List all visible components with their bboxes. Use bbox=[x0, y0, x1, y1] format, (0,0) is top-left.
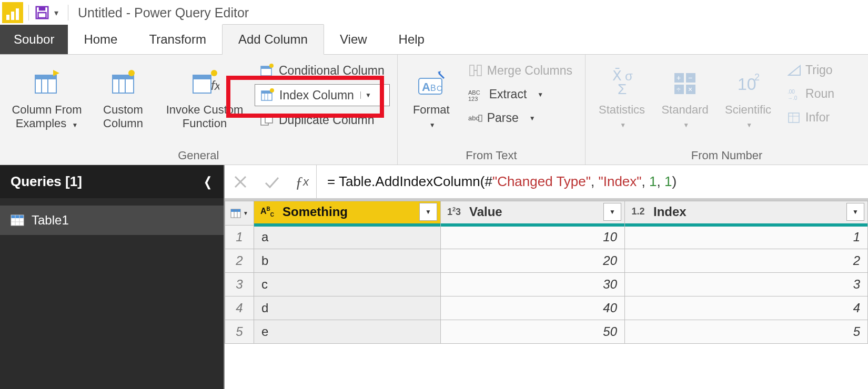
information-icon bbox=[788, 112, 801, 124]
dropdown-caret-icon: ▼ bbox=[525, 115, 536, 122]
invoke-custom-function-button[interactable]: fx Invoke Custom Function bbox=[160, 59, 249, 131]
collapse-chevron-icon[interactable]: ❬ bbox=[203, 175, 213, 189]
tab-file[interactable]: Soubor bbox=[0, 25, 68, 54]
cell[interactable]: e bbox=[254, 320, 441, 344]
extract-button[interactable]: ABC123 Extract ▼ bbox=[463, 84, 578, 105]
window-title: Untitled - Power Query Editor bbox=[78, 5, 249, 21]
cell[interactable]: c bbox=[254, 273, 441, 296]
cell[interactable]: 50 bbox=[441, 320, 625, 344]
row-number[interactable]: 4 bbox=[225, 296, 254, 320]
cell[interactable]: a bbox=[254, 226, 441, 249]
information-button[interactable]: Infor bbox=[782, 107, 840, 128]
svg-rect-26 bbox=[265, 115, 272, 123]
merge-columns-label: Merge Columns bbox=[487, 64, 572, 78]
formula-input[interactable]: = Table.AddIndexColumn(#"Changed Type", … bbox=[317, 173, 868, 190]
title-bar: ▾ Untitled - Power Query Editor bbox=[0, 0, 868, 25]
table-row[interactable]: 3 c 30 3 bbox=[225, 273, 868, 296]
save-icon[interactable] bbox=[34, 5, 50, 21]
column-from-examples-button[interactable]: Column From Examples ▼ bbox=[7, 59, 86, 131]
column-filter-dropdown[interactable]: ▼ bbox=[846, 203, 864, 221]
custom-column-button[interactable]: Custom Column bbox=[92, 59, 155, 131]
data-grid: ▼ ABC Something ▼ bbox=[225, 199, 868, 389]
whole-number-type-icon[interactable]: 123 bbox=[441, 206, 467, 218]
tab-help[interactable]: Help bbox=[383, 25, 440, 54]
svg-text:A: A bbox=[422, 80, 430, 94]
svg-rect-59 bbox=[11, 215, 24, 218]
information-label: Infor bbox=[805, 110, 830, 125]
svg-text:ABC: ABC bbox=[468, 89, 480, 96]
decimal-type-icon[interactable]: 1.2 bbox=[625, 206, 651, 217]
rounding-button[interactable]: .00→.0 Roun bbox=[782, 84, 840, 104]
svg-marker-52 bbox=[789, 66, 800, 75]
cell[interactable]: d bbox=[254, 296, 441, 320]
column-from-examples-icon bbox=[32, 64, 62, 101]
dropdown-caret-icon[interactable]: ▼ bbox=[360, 91, 371, 99]
tab-transform[interactable]: Transform bbox=[133, 25, 221, 54]
cell[interactable]: 2 bbox=[625, 249, 868, 273]
tab-view[interactable]: View bbox=[324, 25, 383, 54]
cell[interactable]: 3 bbox=[625, 273, 868, 296]
svg-text:B: B bbox=[430, 84, 436, 93]
table-row[interactable]: 1 a 10 1 bbox=[225, 226, 868, 249]
qat-customize-dropdown[interactable]: ▾ bbox=[50, 8, 63, 18]
index-column-icon bbox=[260, 88, 275, 103]
custom-column-label: Custom Column bbox=[92, 103, 155, 131]
trigonometry-label: Trigo bbox=[805, 63, 833, 77]
row-number[interactable]: 1 bbox=[225, 226, 254, 249]
conditional-column-button[interactable]: Conditional Column bbox=[255, 60, 390, 81]
grid-corner-button[interactable]: ▼ bbox=[225, 201, 254, 226]
cell[interactable]: b bbox=[254, 249, 441, 273]
merge-columns-button[interactable]: Merge Columns bbox=[463, 60, 578, 81]
scientific-button[interactable]: 102 Scientific▼ bbox=[719, 59, 777, 131]
statistics-label: Statistics bbox=[599, 103, 645, 116]
fx-icon[interactable]: ƒx bbox=[288, 165, 317, 198]
table-row[interactable]: 2 b 20 2 bbox=[225, 249, 868, 273]
column-header-index[interactable]: 1.2 Index ▼ bbox=[625, 201, 868, 226]
cell[interactable]: 5 bbox=[625, 320, 868, 344]
tab-home[interactable]: Home bbox=[68, 25, 133, 54]
conditional-column-icon bbox=[260, 63, 275, 78]
column-filter-dropdown[interactable]: ▼ bbox=[419, 203, 437, 221]
svg-point-12 bbox=[128, 70, 135, 76]
column-quality-bar bbox=[254, 223, 440, 227]
table-row[interactable]: 5 e 50 5 bbox=[225, 320, 868, 344]
trigonometry-button[interactable]: Trigo bbox=[782, 60, 840, 80]
cell[interactable]: 4 bbox=[625, 296, 868, 320]
standard-button[interactable]: +−÷× Standard▼ bbox=[656, 59, 714, 131]
svg-text:Σ: Σ bbox=[618, 81, 627, 97]
row-number[interactable]: 5 bbox=[225, 320, 254, 344]
format-button[interactable]: ABC Format▼ bbox=[405, 59, 458, 131]
svg-text:÷: ÷ bbox=[677, 85, 681, 94]
statistics-button[interactable]: X̄σΣ Statistics▼ bbox=[593, 59, 651, 131]
column-header-something[interactable]: ABC Something ▼ bbox=[254, 201, 441, 226]
format-icon: ABC bbox=[416, 64, 447, 101]
row-number[interactable]: 3 bbox=[225, 273, 254, 296]
separator bbox=[28, 5, 29, 21]
queries-panel-header[interactable]: Queries [1] ❬ bbox=[0, 165, 224, 198]
text-type-icon[interactable]: ABC bbox=[254, 206, 280, 218]
cell[interactable]: 1 bbox=[625, 226, 868, 249]
ribbon-group-general: Column From Examples ▼ Custom Column fx … bbox=[0, 55, 398, 165]
column-header-value[interactable]: 123 Value ▼ bbox=[441, 201, 625, 226]
formula-cancel-button[interactable] bbox=[225, 175, 256, 189]
duplicate-column-button[interactable]: Duplicate Column bbox=[255, 109, 390, 130]
index-column-button[interactable]: Index Column ▼ bbox=[255, 84, 390, 106]
query-item-table1[interactable]: Table1 bbox=[0, 206, 224, 235]
row-number[interactable]: 2 bbox=[225, 249, 254, 273]
duplicate-column-label: Duplicate Column bbox=[279, 113, 375, 127]
formula-commit-button[interactable] bbox=[256, 175, 288, 189]
table-row[interactable]: 4 d 40 4 bbox=[225, 296, 868, 320]
parse-button[interactable]: abc Parse ▼ bbox=[463, 108, 578, 128]
cell[interactable]: 30 bbox=[441, 273, 625, 296]
dropdown-caret-icon: ▼ bbox=[533, 91, 543, 98]
tab-add-column[interactable]: Add Column bbox=[222, 24, 324, 55]
svg-text:C: C bbox=[437, 84, 442, 93]
statistics-icon: X̄σΣ bbox=[607, 64, 637, 101]
cell[interactable]: 10 bbox=[441, 226, 625, 249]
cell[interactable]: 40 bbox=[441, 296, 625, 320]
cell[interactable]: 20 bbox=[441, 249, 625, 273]
column-name: Value bbox=[467, 204, 603, 219]
main-area: ƒx = Table.AddIndexColumn(#"Changed Type… bbox=[224, 165, 868, 389]
query-item-label: Table1 bbox=[32, 213, 69, 228]
column-filter-dropdown[interactable]: ▼ bbox=[603, 203, 621, 221]
